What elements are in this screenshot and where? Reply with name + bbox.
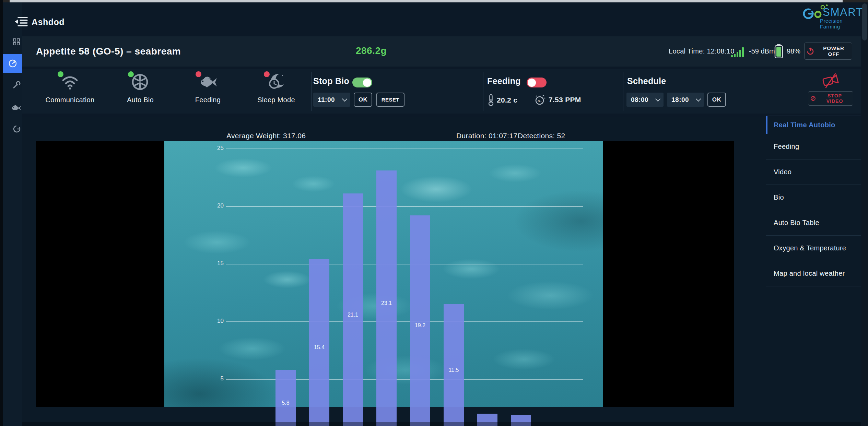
- chart-bar-value-label: 21.1: [343, 312, 363, 318]
- status-sleep-mode: Sleep Mode: [247, 73, 305, 104]
- chart-bar-value-label: 23.1: [376, 300, 397, 306]
- aquaculture-dashboard: { "topbar": { "location": "Ashdod" }, "l…: [0, 0, 868, 426]
- oxygen-icon: o₂: [534, 94, 546, 106]
- status-label: Sleep Mode: [247, 96, 305, 104]
- chart-y-tick-label: 10: [203, 318, 224, 324]
- stop-bio-reset-button[interactable]: RESET: [376, 93, 404, 107]
- menu-item-auto-bio-table[interactable]: Auto Bio Table: [766, 210, 861, 236]
- menu-item-bio[interactable]: Bio: [766, 185, 861, 210]
- current-weight-value: 286.2g: [333, 45, 409, 56]
- detections-stat: Detections: 52: [518, 132, 565, 140]
- local-time: Local Time: 12:08:10: [669, 47, 735, 55]
- stop-video-label: STOP VIDEO: [819, 93, 851, 104]
- chart-bar: [275, 370, 296, 426]
- oxygen-level: o₂ 7.53 PPM: [534, 94, 581, 106]
- left-sidebar: [0, 2, 22, 426]
- menu-item-oxygen-temperature[interactable]: Oxygen & Temperature: [766, 236, 861, 261]
- power-off-button[interactable]: POWER OFF: [804, 43, 852, 60]
- chart-bar-value-label: 19.2: [410, 322, 430, 329]
- wifi-icon: [60, 73, 80, 91]
- window-left-edge: [0, 0, 3, 426]
- schedule-start-select[interactable]: 08:00: [626, 93, 664, 107]
- page-title-location: Ashdod: [32, 17, 64, 27]
- status-dot: [196, 71, 201, 77]
- toggle-knob: [363, 79, 371, 87]
- bottom-shade: [22, 422, 861, 426]
- stop-bio-ok-button[interactable]: OK: [354, 93, 372, 107]
- stop-video-button[interactable]: STOP VIDEO: [808, 91, 853, 106]
- wrench-tools-icon[interactable]: [12, 81, 21, 90]
- status-feeding: Feeding: [179, 73, 237, 104]
- logo-g-ring-icon: [802, 8, 814, 20]
- power-off-label: POWER OFF: [818, 45, 850, 57]
- power-icon: [807, 47, 814, 55]
- status-label: Feeding: [179, 96, 237, 104]
- thermometer-icon: [488, 94, 494, 106]
- status-auto-bio: Auto Bio: [111, 73, 169, 104]
- chart-bar-value-label: 11.5: [444, 367, 464, 373]
- divider: [483, 72, 483, 111]
- signal-strength-icon: [731, 47, 746, 57]
- schedule-end-value: 18:00: [671, 96, 689, 104]
- chart-bar: [309, 259, 329, 426]
- status-label: Auto Bio: [111, 96, 169, 104]
- divider: [795, 72, 795, 111]
- schedule-end-select[interactable]: 18:00: [667, 93, 704, 107]
- chart-y-tick-label: 5: [203, 375, 224, 382]
- chart-gridline: [226, 264, 583, 264]
- chart-gridline: [226, 206, 583, 207]
- chart-bar: [444, 304, 464, 426]
- menu-item-video[interactable]: Video: [766, 159, 861, 185]
- feeding-toggle[interactable]: [527, 78, 547, 87]
- menu-item-real-time-autobio[interactable]: Real Time Autobio: [766, 116, 861, 134]
- battery-icon: [774, 44, 783, 58]
- stop-bio-time-value: 11:00: [318, 96, 335, 104]
- window-top-edge: [0, 0, 868, 2]
- grid-apps-icon[interactable]: [12, 38, 21, 46]
- stop-bio-time-select[interactable]: 11:00: [313, 93, 350, 107]
- signal-dbm: -59 dBm: [749, 47, 775, 55]
- fish-menu-icon[interactable]: [11, 104, 21, 111]
- chart-bar-value-label: 15.4: [309, 344, 329, 351]
- logo-tagline-text: Precision Farming: [820, 18, 862, 29]
- weight-histogram-chart: 5101520255.815.421.123.119.211.5: [36, 141, 734, 426]
- chart-gridline: [226, 149, 583, 149]
- duration-stat: Duration: 01:07:17: [456, 132, 517, 140]
- sleep-clock-icon: [267, 73, 286, 91]
- stop-bio-toggle[interactable]: [352, 78, 372, 87]
- logo-o-ring-icon: [814, 10, 822, 19]
- menu-item-feeding[interactable]: Feeding: [766, 134, 861, 159]
- status-dot: [58, 71, 63, 77]
- video-camera-off-icon: [822, 73, 839, 88]
- stop-bio-label: Stop Bio: [313, 76, 349, 86]
- water-temperature: 20.2 c: [488, 94, 517, 106]
- average-weight-stat: Average Weight: 317.06: [226, 132, 306, 140]
- chevron-down-icon: [655, 96, 661, 102]
- brand-logo: SMART Precision Farming: [802, 3, 862, 23]
- record-slash-icon: [810, 96, 816, 101]
- temperature-value: 20.2 c: [497, 96, 517, 104]
- schedule-start-value: 08:00: [631, 96, 648, 104]
- schedule-ok-button[interactable]: OK: [707, 93, 726, 107]
- scrollbar-track[interactable]: [861, 2, 868, 426]
- svg-text:o₂: o₂: [538, 99, 542, 103]
- status-dot: [264, 71, 270, 77]
- chart-bar: [376, 170, 397, 426]
- device-title: Appetite 58 (GO-5) – seabream: [36, 46, 181, 57]
- hamburger-menu-icon[interactable]: [14, 15, 29, 28]
- chart-bar: [410, 215, 430, 426]
- chart-gridline: [226, 321, 583, 322]
- status-communication: Communication: [41, 73, 99, 104]
- feeding-label: Feeding: [487, 76, 521, 86]
- divider: [623, 72, 623, 111]
- sidebar-item-dashboard[interactable]: [3, 54, 22, 73]
- chart-bar-value-label: 5.8: [275, 400, 296, 406]
- chart-bar: [343, 193, 363, 426]
- power-restart-icon[interactable]: [12, 125, 21, 133]
- status-dot: [128, 71, 134, 77]
- logo-smart-text: SMART: [823, 6, 863, 19]
- chart-y-tick-label: 20: [203, 202, 224, 209]
- menu-item-map-local-weather[interactable]: Map and local weather: [766, 261, 861, 286]
- controls-bar: Communication Auto Bio: [22, 69, 861, 114]
- right-menu: Real Time Autobio Feeding Video Bio Auto…: [766, 116, 861, 286]
